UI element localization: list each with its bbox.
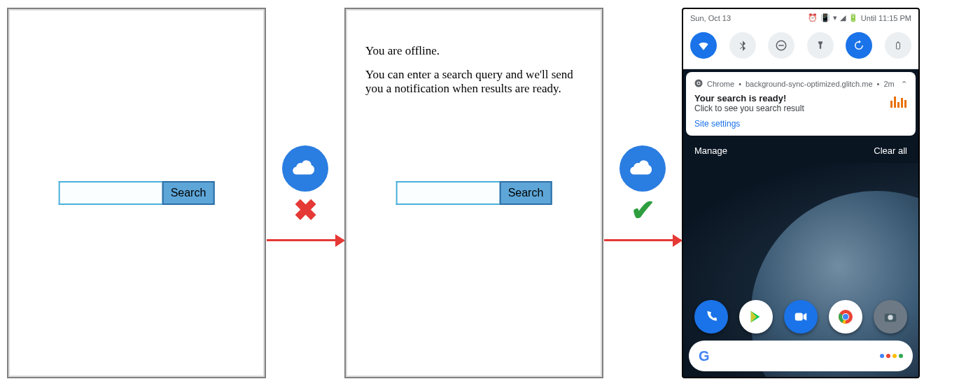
svg-point-6: [698, 83, 700, 85]
qs-wifi-icon[interactable]: [690, 32, 717, 59]
offline-heading: You are offline.: [365, 44, 582, 58]
app-duo-icon[interactable]: [784, 300, 818, 334]
notification-site-settings[interactable]: Site settings: [694, 119, 907, 129]
search-form: Search: [59, 181, 215, 205]
svg-point-10: [843, 314, 848, 320]
notification-age: 2m: [883, 80, 894, 88]
app-chrome-icon[interactable]: [829, 300, 862, 334]
svg-rect-1: [778, 45, 784, 46]
shade-actions: Manage Clear all: [683, 138, 918, 163]
chrome-icon: [694, 79, 703, 89]
shade-clear-all-button[interactable]: Clear all: [874, 145, 907, 156]
vibrate-icon: 📳: [820, 13, 830, 22]
home-screen: G: [683, 163, 918, 377]
search-button[interactable]: Search: [500, 181, 552, 205]
signal-icon: ◢: [840, 13, 846, 22]
svg-rect-3: [897, 42, 899, 43]
panel-initial-search: Search: [7, 8, 266, 378]
svg-point-12: [888, 315, 892, 320]
qs-dnd-icon[interactable]: [768, 32, 794, 59]
notification-card[interactable]: Chrome • background-sync-optimized.glitc…: [686, 72, 916, 136]
status-bar: Sun, Oct 13 ⏰ 📳 ▾ ◢ 🔋 Until 11:15 PM: [683, 9, 918, 27]
app-play-icon[interactable]: [739, 300, 773, 334]
chevron-up-icon[interactable]: ⌃: [901, 80, 907, 89]
search-button[interactable]: Search: [162, 181, 215, 205]
svg-rect-7: [795, 313, 803, 321]
notification-source: background-sync-optimized.glitch.me: [746, 80, 873, 88]
search-form: Search: [396, 181, 552, 205]
google-search-bar[interactable]: G: [689, 341, 913, 371]
google-logo-icon: G: [699, 348, 710, 364]
cloud-icon: [620, 145, 666, 192]
check-icon: ✔: [631, 196, 655, 225]
assistant-icon[interactable]: [880, 354, 903, 358]
search-input[interactable]: [396, 181, 500, 205]
qs-battery-icon[interactable]: [885, 32, 911, 59]
search-input[interactable]: [59, 181, 162, 205]
app-camera-icon[interactable]: [874, 300, 907, 334]
notification-app-name: Chrome: [707, 80, 734, 88]
battery-icon: 🔋: [848, 13, 858, 22]
shade-manage-button[interactable]: Manage: [694, 145, 727, 156]
panel-offline-search: You are offline. You can enter a search …: [344, 8, 603, 378]
cloud-icon: [282, 145, 328, 192]
arrow-icon: [604, 239, 681, 241]
quick-settings: [683, 27, 918, 69]
connector-online: ✔: [603, 8, 682, 378]
qs-flashlight-icon[interactable]: [807, 32, 834, 59]
qs-rotate-icon[interactable]: [846, 32, 872, 59]
wifi-icon: ▾: [833, 13, 837, 22]
notification-body: Click to see you search result: [694, 103, 804, 113]
offline-body: You can enter a search query and we'll s…: [365, 68, 582, 96]
alarm-icon: ⏰: [808, 13, 818, 22]
svg-rect-2: [896, 43, 899, 49]
status-date: Sun, Oct 13: [690, 14, 731, 22]
qs-bluetooth-icon[interactable]: [729, 32, 756, 59]
notification-title: Your search is ready!: [694, 93, 804, 103]
app-phone-icon[interactable]: [694, 300, 728, 334]
status-clock-label: Until 11:15 PM: [861, 14, 911, 22]
android-phone: Sun, Oct 13 ⏰ 📳 ▾ ◢ 🔋 Until 11:15 PM Chr…: [682, 8, 920, 378]
cross-icon: ✖: [293, 196, 318, 225]
app-stack-icon: [890, 95, 907, 108]
connector-offline: ✖: [266, 8, 344, 378]
arrow-icon: [267, 239, 344, 241]
app-dock: [689, 300, 913, 334]
